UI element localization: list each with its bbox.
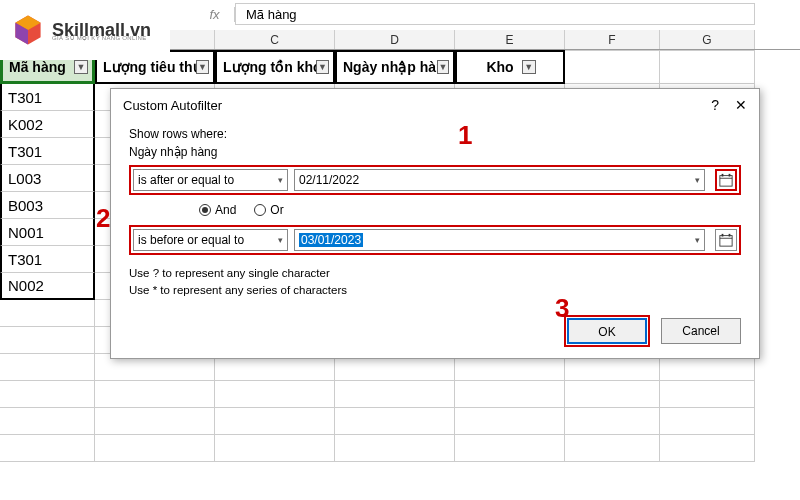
cell[interactable] — [0, 381, 95, 408]
filter-dropdown-icon[interactable]: ▼ — [437, 60, 449, 74]
table-row — [0, 381, 800, 408]
cell[interactable] — [335, 435, 455, 462]
chevron-down-icon: ▾ — [278, 235, 283, 245]
header-label: Lượng tiêu thụ — [103, 59, 196, 75]
col-header-c[interactable]: C — [215, 30, 335, 49]
svg-rect-10 — [729, 234, 731, 237]
svg-rect-6 — [729, 174, 731, 177]
cell[interactable] — [95, 435, 215, 462]
custom-autofilter-dialog: Custom Autofilter ? ✕ Show rows where: N… — [110, 88, 760, 359]
radio-icon — [199, 204, 211, 216]
logo-icon — [10, 12, 46, 48]
chevron-down-icon: ▾ — [695, 235, 700, 245]
cell[interactable] — [215, 408, 335, 435]
radio-icon — [254, 204, 266, 216]
logo-tagline: GIÁ SƯ MỌI KỸ NĂNG ONLINE — [52, 34, 147, 41]
cell[interactable] — [455, 381, 565, 408]
cell[interactable] — [565, 435, 660, 462]
cell[interactable] — [660, 435, 755, 462]
table-row — [0, 408, 800, 435]
formula-bar: fx Mã hàng — [195, 0, 755, 28]
cancel-button[interactable]: Cancel — [661, 318, 741, 344]
cell[interactable] — [660, 50, 755, 84]
brand-logo: Skillmall.vn GIÁ SƯ MỌI KỸ NĂNG ONLINE — [0, 0, 170, 60]
cell[interactable]: B003 — [0, 192, 95, 219]
cell[interactable] — [0, 300, 95, 327]
cell[interactable] — [0, 354, 95, 381]
header-cell-ngay-nhap-hang[interactable]: Ngày nhập hàng▼ — [335, 50, 455, 84]
operator-select-2[interactable]: is before or equal to▾ — [133, 229, 288, 251]
header-label: Ngày nhập hàng — [343, 59, 437, 75]
header-label: Mã hàng — [9, 59, 66, 75]
col-header-e[interactable]: E — [455, 30, 565, 49]
col-header-d[interactable]: D — [335, 30, 455, 49]
cell[interactable] — [455, 408, 565, 435]
header-label: Lượng tồn kho — [223, 59, 316, 75]
svg-rect-7 — [720, 236, 732, 247]
col-header-g[interactable]: G — [660, 30, 755, 49]
cell[interactable] — [0, 327, 95, 354]
value-input-2[interactable]: 03/01/2023▾ — [294, 229, 705, 251]
annotation-1: 1 — [458, 120, 472, 151]
chevron-down-icon: ▾ — [278, 175, 283, 185]
cell[interactable]: T301 — [0, 246, 95, 273]
help-button[interactable]: ? — [711, 97, 719, 113]
cell[interactable]: N002 — [0, 273, 95, 300]
cell[interactable] — [95, 381, 215, 408]
table-row — [0, 435, 800, 462]
cell[interactable] — [95, 408, 215, 435]
filter-dropdown-icon[interactable]: ▼ — [74, 60, 88, 74]
filter-dropdown-icon[interactable]: ▼ — [522, 60, 536, 74]
cell[interactable] — [335, 408, 455, 435]
cell[interactable] — [335, 381, 455, 408]
cell[interactable]: T301 — [0, 138, 95, 165]
dialog-titlebar[interactable]: Custom Autofilter ? ✕ — [111, 89, 759, 121]
hint-text: Use ? to represent any single character … — [129, 265, 741, 300]
operator-select-1[interactable]: is after or equal to▾ — [133, 169, 288, 191]
chevron-down-icon: ▾ — [695, 175, 700, 185]
cell[interactable]: K002 — [0, 111, 95, 138]
field-label: Ngày nhập hàng — [129, 145, 741, 159]
cell[interactable] — [0, 408, 95, 435]
dialog-buttons: OK Cancel — [129, 318, 741, 344]
header-cell-kho[interactable]: Kho▼ — [455, 50, 565, 84]
date-picker-icon[interactable] — [715, 169, 737, 191]
cell[interactable] — [215, 435, 335, 462]
header-cell-luong-ton-kho[interactable]: Lượng tồn kho▼ — [215, 50, 335, 84]
criteria-row-2: is before or equal to▾ 03/01/2023▾ — [129, 225, 741, 255]
annotation-3: 3 — [555, 293, 569, 324]
cell[interactable]: N001 — [0, 219, 95, 246]
logic-radio-group: And Or — [199, 203, 741, 217]
fx-label: fx — [195, 7, 235, 22]
svg-rect-5 — [722, 174, 724, 177]
svg-rect-3 — [720, 176, 732, 187]
value-input-1[interactable]: 02/11/2022▾ — [294, 169, 705, 191]
cell[interactable] — [0, 435, 95, 462]
col-header-f[interactable]: F — [565, 30, 660, 49]
radio-or[interactable]: Or — [254, 203, 283, 217]
criteria-row-1: is after or equal to▾ 02/11/2022▾ — [129, 165, 741, 195]
cell[interactable] — [565, 50, 660, 84]
radio-and[interactable]: And — [199, 203, 236, 217]
formula-value[interactable]: Mã hàng — [235, 3, 755, 25]
cell[interactable] — [565, 408, 660, 435]
annotation-2: 2 — [96, 203, 110, 234]
filter-dropdown-icon[interactable]: ▼ — [316, 60, 329, 74]
ok-button[interactable]: OK — [567, 318, 647, 344]
svg-rect-9 — [722, 234, 724, 237]
cell[interactable]: T301 — [0, 84, 95, 111]
show-rows-label: Show rows where: — [129, 127, 741, 141]
cell[interactable] — [455, 435, 565, 462]
header-label: Kho — [486, 59, 513, 75]
cell[interactable] — [565, 381, 660, 408]
filter-dropdown-icon[interactable]: ▼ — [196, 60, 209, 74]
cell[interactable]: L003 — [0, 165, 95, 192]
date-picker-icon[interactable] — [715, 229, 737, 251]
dialog-title: Custom Autofilter — [123, 98, 222, 113]
cell[interactable] — [215, 381, 335, 408]
cell[interactable] — [660, 408, 755, 435]
cell[interactable] — [660, 381, 755, 408]
close-button[interactable]: ✕ — [735, 97, 747, 113]
